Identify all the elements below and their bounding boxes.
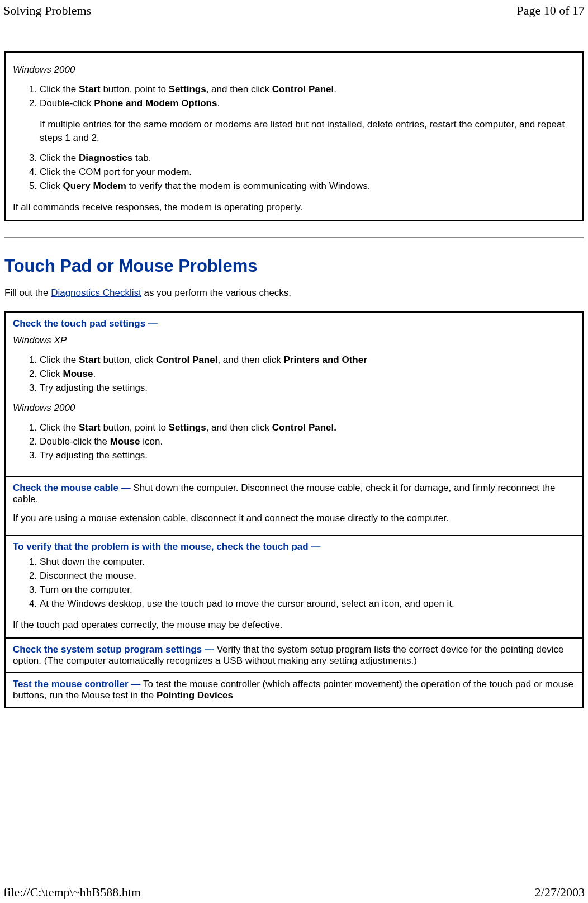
mouse-cable-cell: Check the mouse cable — Shut down the co…	[6, 476, 582, 535]
diagnostics-checklist-link[interactable]: Diagnostics Checklist	[51, 287, 141, 298]
page-footer: file://C:\temp\~hhB588.htm 2/27/2003	[3, 885, 585, 900]
system-setup-title: Check the system setup program settings …	[13, 644, 217, 655]
os-label-windows-2000: Windows 2000	[13, 64, 575, 75]
modem-step-4: Click the COM port for your modem.	[40, 166, 575, 179]
section-heading-touchpad: Touch Pad or Mouse Problems	[4, 256, 584, 276]
verify-step-3: Turn on the computer.	[40, 584, 575, 597]
verify-step-1: Shut down the computer.	[40, 556, 575, 569]
verify-mouse-cell: To verify that the problem is with the m…	[6, 535, 582, 637]
xp-steps-list: Click the Start button, click Control Pa…	[13, 354, 575, 395]
system-setup-cell: Check the system setup program settings …	[6, 637, 582, 672]
w2k-step-3: Try adjusting the settings.	[40, 450, 575, 462]
xp-step-2: Click Mouse.	[40, 368, 575, 381]
mouse-controller-cell: Test the mouse controller — To test the …	[6, 672, 582, 707]
header-title: Solving Problems	[3, 3, 91, 18]
footer-date: 2/27/2003	[535, 885, 585, 900]
os-label-windows-2000-b: Windows 2000	[13, 403, 575, 414]
verify-mouse-closing: If the touch pad operates correctly, the…	[13, 618, 575, 632]
header-page-number: Page 10 of 17	[516, 3, 585, 18]
os-label-windows-xp: Windows XP	[13, 335, 575, 346]
w2k-step-1: Click the Start button, point to Setting…	[40, 422, 575, 434]
xp-step-3: Try adjusting the settings.	[40, 382, 575, 395]
footer-path: file://C:\temp\~hhB588.htm	[3, 885, 141, 900]
verify-step-2: Disconnect the mouse.	[40, 570, 575, 583]
w2k-steps-list: Click the Start button, point to Setting…	[13, 422, 575, 462]
xp-step-1: Click the Start button, click Control Pa…	[40, 354, 575, 367]
page-header: Solving Problems Page 10 of 17	[0, 0, 588, 18]
page-content: Windows 2000 Click the Start button, poi…	[0, 18, 588, 708]
mouse-cable-body2: If you are using a mouse extension cable…	[13, 512, 575, 525]
touchpad-box: Check the touch pad settings — Windows X…	[4, 311, 584, 708]
mouse-cable-title: Check the mouse cable —	[13, 483, 133, 493]
modem-step-2: Double-click Phone and Modem Options. If…	[40, 97, 575, 145]
section-divider	[4, 237, 584, 238]
section-intro: Fill out the Diagnostics Checklist as yo…	[4, 286, 584, 300]
modem-step-1: Click the Start button, point to Setting…	[40, 83, 575, 96]
modem-closing: If all commands receive responses, the m…	[13, 201, 575, 214]
modem-steps-list: Click the Start button, point to Setting…	[13, 83, 575, 193]
modem-box-cell: Windows 2000 Click the Start button, poi…	[6, 53, 582, 220]
modem-box: Windows 2000 Click the Start button, poi…	[4, 51, 584, 221]
touchpad-settings-title: Check the touch pad settings —	[13, 318, 575, 329]
verify-step-4: At the Windows desktop, use the touch pa…	[40, 598, 575, 611]
modem-step-5: Click Query Modem to verify that the mod…	[40, 180, 575, 193]
w2k-step-2: Double-click the Mouse icon.	[40, 436, 575, 448]
verify-mouse-steps: Shut down the computer. Disconnect the m…	[13, 556, 575, 611]
touchpad-settings-cell: Check the touch pad settings — Windows X…	[6, 313, 582, 476]
modem-step-3: Click the Diagnostics tab.	[40, 152, 575, 165]
mouse-controller-bold: Pointing Devices	[157, 690, 233, 701]
modem-step-note: If multiple entries for the same modem o…	[40, 118, 575, 145]
verify-mouse-title: To verify that the problem is with the m…	[13, 541, 575, 552]
mouse-controller-title: Test the mouse controller —	[13, 679, 143, 689]
